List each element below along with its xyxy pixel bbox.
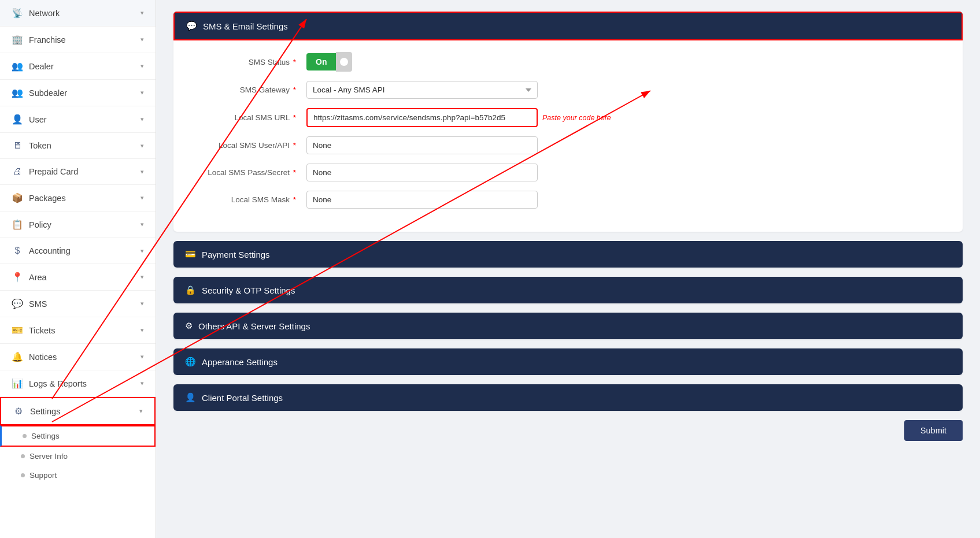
packages-icon: 📦 [12,192,23,203]
subdealer-icon: 👥 [12,87,23,98]
sidebar-item-dealer[interactable]: 👥 Dealer ▾ [0,53,156,80]
security-icon: 🔒 [185,285,196,295]
user-icon: 👤 [12,114,23,125]
chevron-down-icon: ▾ [140,62,144,70]
client-portal-panel: 👤 Client Portal Settings [173,384,963,411]
sidebar-item-network[interactable]: 📡 Network ▾ [0,0,156,27]
sidebar-subitem-settings[interactable]: Settings [0,425,156,447]
local-sms-user-label: Local SMS User/API * [191,141,306,150]
logs-reports-icon: 📊 [12,378,23,389]
chevron-down-icon: ▾ [140,221,144,228]
dealer-icon: 👥 [12,61,23,72]
paste-hint: Paste your code here [542,114,611,122]
sidebar-item-subdealer[interactable]: 👥 Subdealer ▾ [0,80,156,106]
token-icon: 🖥 [12,140,23,151]
chevron-down-icon: ▾ [140,273,144,281]
accounting-icon: $ [12,246,23,256]
sidebar-item-notices[interactable]: 🔔 Notices ▾ [0,344,156,370]
local-sms-mask-label: Local SMS Mask * [191,195,306,204]
policy-icon: 📋 [12,219,23,230]
main-content: 💬 SMS & Email Settings SMS Status * On [156,0,980,538]
toggle-switch-inner [340,58,348,66]
sidebar-item-policy[interactable]: 📋 Policy ▾ [0,212,156,238]
chevron-down-icon: ▾ [140,300,144,307]
local-sms-url-input[interactable] [306,108,538,127]
appearance-icon: 🌐 [185,357,196,367]
payment-icon: 💳 [185,249,196,259]
client-portal-icon: 👤 [185,392,196,403]
chevron-down-icon: ▾ [140,116,144,123]
sidebar-item-prepaid-card[interactable]: 🖨 Prepaid Card ▾ [0,159,156,185]
sidebar: 📡 Network ▾ 🏢 Franchise ▾ 👥 Dealer ▾ 👥 S… [0,0,156,538]
chevron-down-icon: ▾ [140,380,144,387]
local-sms-user-row: Local SMS User/API * [191,136,945,154]
notices-icon: 🔔 [12,351,23,362]
local-sms-user-input[interactable] [306,136,538,154]
client-portal-header[interactable]: 👤 Client Portal Settings [173,384,963,411]
sidebar-item-area[interactable]: 📍 Area ▾ [0,264,156,291]
sms-email-icon: 💬 [186,21,197,31]
tickets-icon: 🎫 [12,325,23,336]
payment-header[interactable]: 💳 Payment Settings [173,241,963,268]
sms-status-label: SMS Status * [191,58,306,66]
local-sms-pass-label: Local SMS Pass/Secret * [191,168,306,177]
sidebar-item-logs-reports[interactable]: 📊 Logs & Reports ▾ [0,370,156,397]
area-icon: 📍 [12,272,23,283]
security-header[interactable]: 🔒 Security & OTP Settings [173,277,963,303]
local-sms-mask-input[interactable] [306,191,538,209]
sms-icon: 💬 [12,298,23,309]
others-api-icon: ⚙ [185,321,193,331]
sidebar-item-franchise[interactable]: 🏢 Franchise ▾ [0,27,156,53]
chevron-down-icon: ▾ [140,89,144,97]
toggle-on-button[interactable]: On [306,53,336,71]
sms-gateway-select[interactable]: Local - Any SMS API [306,81,538,99]
chevron-down-icon: ▾ [139,407,143,415]
appearance-panel: 🌐 Apperance Settings [173,348,963,375]
sidebar-subitem-support[interactable]: Support [0,466,156,485]
chevron-down-icon: ▾ [140,326,144,334]
submit-row: Submit [173,420,963,441]
sidebar-item-accounting[interactable]: $ Accounting ▾ [0,238,156,264]
sms-gateway-row: SMS Gateway * Local - Any SMS API [191,81,945,99]
appearance-header[interactable]: 🌐 Apperance Settings [173,348,963,375]
sms-email-body: SMS Status * On SMS Gateway * Local - A [173,40,963,232]
sidebar-item-settings[interactable]: ⚙ Settings ▾ [0,397,156,425]
local-sms-pass-row: Local SMS Pass/Secret * [191,164,945,181]
chevron-down-icon: ▾ [140,353,144,361]
sms-status-row: SMS Status * On [191,52,945,72]
sidebar-item-packages[interactable]: 📦 Packages ▾ [0,185,156,212]
sidebar-item-tickets[interactable]: 🎫 Tickets ▾ [0,317,156,344]
sms-gateway-label: SMS Gateway * [191,86,306,94]
chevron-down-icon: ▾ [140,168,144,176]
chevron-down-icon: ▾ [140,9,144,17]
local-sms-url-row: Local SMS URL * Paste your code here [191,108,945,127]
prepaid-card-icon: 🖨 [12,166,23,177]
sms-status-toggle[interactable]: On [306,52,352,72]
sidebar-item-sms[interactable]: 💬 SMS ▾ [0,291,156,317]
local-sms-pass-input[interactable] [306,164,538,181]
security-panel: 🔒 Security & OTP Settings [173,277,963,303]
chevron-down-icon: ▾ [140,194,144,202]
payment-panel: 💳 Payment Settings [173,241,963,268]
franchise-icon: 🏢 [12,34,23,45]
others-api-panel: ⚙ Others API & Server Settings [173,313,963,339]
local-sms-mask-row: Local SMS Mask * [191,191,945,209]
settings-icon: ⚙ [13,406,24,417]
network-icon: 📡 [12,8,23,18]
sidebar-item-user[interactable]: 👤 User ▾ [0,106,156,133]
others-api-header[interactable]: ⚙ Others API & Server Settings [173,313,963,339]
local-sms-url-label: Local SMS URL * [191,113,306,122]
sms-email-panel: 💬 SMS & Email Settings SMS Status * On [173,12,963,232]
sidebar-item-token[interactable]: 🖥 Token ▾ [0,133,156,159]
chevron-down-icon: ▾ [140,247,144,255]
sidebar-subitem-server-info[interactable]: Server Info [0,447,156,466]
submit-button[interactable]: Submit [904,420,963,441]
sms-email-header[interactable]: 💬 SMS & Email Settings [173,12,963,40]
chevron-down-icon: ▾ [140,36,144,43]
chevron-down-icon: ▾ [140,142,144,150]
toggle-switch[interactable] [336,52,352,72]
